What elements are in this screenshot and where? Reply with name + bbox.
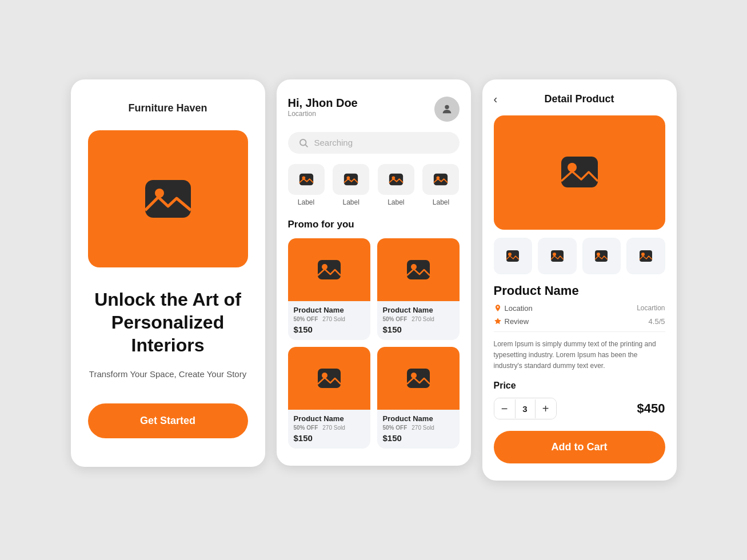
svg-rect-25 [551,250,564,262]
qty-increase-button[interactable]: + [536,398,556,419]
qty-value: 3 [515,399,536,418]
svg-point-30 [641,253,645,256]
thumb-icon-2 [550,249,564,263]
back-button[interactable]: ‹ [494,93,498,106]
product-sold-2: 270 Sold [412,316,434,322]
product-card-2[interactable]: Product Name 50% OFF 270 Sold $150 [377,238,460,340]
detail-review-row: Review 4.5/5 [494,317,665,332]
product-image-2 [377,238,460,301]
category-icon-box-3 [378,164,414,195]
product-price-3: $150 [294,433,365,443]
svg-point-26 [553,253,556,256]
star-icon [494,317,502,325]
category-item-2[interactable]: Label [333,164,369,206]
svg-point-2 [445,105,449,109]
quantity-control: − 3 + [494,398,557,419]
detail-product-name: Product Name [494,283,665,298]
product-meta-3: 50% OFF 270 Sold [294,425,365,431]
svg-rect-5 [299,173,313,185]
categories-row: Label Label [288,164,460,206]
avatar[interactable] [434,97,460,122]
search-bar[interactable]: Searching [288,132,460,154]
category-label-1: Label [298,198,314,206]
svg-rect-19 [407,369,430,388]
detail-main-image [494,115,665,230]
category-item-3[interactable]: Label [378,164,414,206]
location-label: Location [505,304,533,313]
total-price: $450 [637,401,665,416]
promo-section-title: Promo for you [288,219,460,230]
svg-point-28 [597,253,600,256]
svg-rect-27 [595,250,608,262]
product-price-1: $150 [294,325,365,334]
product-name-2: Product Name [383,306,454,314]
review-score: 4.5/5 [649,317,665,326]
hero-photo-icon [142,173,194,225]
product-info-4: Product Name 50% OFF 270 Sold $150 [377,410,460,443]
svg-rect-0 [145,180,191,218]
category-item-1[interactable]: Label [288,164,325,206]
greeting-block: Hi, Jhon Doe Locartion [288,97,358,118]
svg-rect-21 [561,157,598,187]
category-item-4[interactable]: Label [422,164,459,206]
category-label-2: Label [342,198,359,206]
user-icon [441,103,453,115]
review-label: Review [505,317,529,326]
detail-review-left: Review [494,317,529,326]
product-photo-icon-3 [317,366,342,391]
qty-decrease-button[interactable]: − [494,398,515,419]
product-off-1: 50% OFF [294,316,318,322]
category-icon-box-1 [288,164,325,195]
detail-location-row: Location Locartion [494,304,665,313]
category-label-3: Label [388,198,404,206]
screen3-header: ‹ Detail Product [494,93,665,105]
svg-rect-15 [407,260,430,279]
category-photo-icon-1 [298,171,314,187]
product-info-2: Product Name 50% OFF 270 Sold $150 [377,301,460,334]
price-label: Price [494,381,665,391]
svg-rect-9 [389,173,403,185]
product-meta-1: 50% OFF 270 Sold [294,316,365,322]
thumb-4[interactable] [626,238,665,274]
add-to-cart-button[interactable]: Add to Cart [494,431,665,463]
product-card-3[interactable]: Product Name 50% OFF 270 Sold $150 [288,347,370,449]
thumb-1[interactable] [494,238,533,274]
product-image-4 [377,347,460,410]
product-meta-2: 50% OFF 270 Sold [383,316,454,322]
svg-rect-13 [318,260,341,279]
product-sold-4: 270 Sold [412,425,434,431]
svg-rect-17 [318,369,341,388]
location-value: Locartion [637,304,665,312]
screen3-detail: ‹ Detail Product [482,79,677,481]
detail-description: Lorem Ipsum is simply dummy text of the … [494,339,665,372]
product-name-3: Product Name [294,414,365,423]
product-card-1[interactable]: Product Name 50% OFF 270 Sold $150 [288,238,370,340]
screen1-onboarding: Furniture Haven Unlock the Art of Person… [71,79,265,467]
thumb-2[interactable] [538,238,577,274]
thumb-icon-1 [506,249,520,263]
product-meta-4: 50% OFF 270 Sold [383,425,454,431]
svg-rect-11 [434,173,448,185]
product-name-4: Product Name [383,414,454,423]
svg-rect-23 [506,250,519,262]
product-image-1 [288,238,370,301]
product-photo-icon-4 [406,366,431,391]
thumbnail-row [494,238,665,274]
product-photo-icon-1 [317,257,342,282]
thumb-3[interactable] [582,238,621,274]
svg-rect-29 [640,250,652,262]
screen1-heading: Unlock the Art of Personalized Interiors [88,288,248,357]
category-label-4: Label [433,198,449,206]
greeting-name: Hi, Jhon Doe [288,97,358,110]
screen2-home: Hi, Jhon Doe Locartion Searching [277,79,471,466]
screen3-title: Detail Product [544,93,614,105]
get-started-button[interactable]: Get Started [88,403,248,438]
svg-point-24 [508,253,512,256]
search-icon [298,138,309,148]
product-card-4[interactable]: Product Name 50% OFF 270 Sold $150 [377,347,460,449]
category-icon-box-4 [422,164,459,195]
hero-image [88,130,248,267]
detail-photo-icon [560,153,600,193]
category-photo-icon-4 [433,171,449,187]
product-info-1: Product Name 50% OFF 270 Sold $150 [288,301,370,334]
